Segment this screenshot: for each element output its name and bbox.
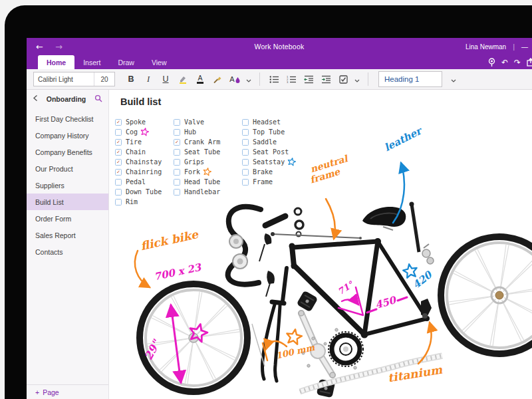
ink-frame: frame	[309, 166, 342, 185]
checkbox-saddle[interactable]: ✓	[242, 139, 249, 146]
checklist-label: Seatstay	[253, 158, 285, 166]
sidebar-page-order-form[interactable]: Order Form	[27, 210, 108, 227]
text-effects-button[interactable]: A	[227, 72, 243, 86]
section-title[interactable]: Onboarding	[42, 95, 90, 103]
checklist-label: Cog	[126, 128, 138, 136]
checkbox-grips[interactable]: ✓	[174, 159, 180, 166]
checklist-item-cog: ✓Cog	[115, 127, 162, 137]
chain	[300, 356, 442, 392]
page-title: Build list	[120, 96, 161, 107]
checklist-item-pedal: ✓Pedal	[115, 177, 162, 187]
checklist-item-seatstay: ✓Seatstay	[242, 157, 296, 167]
font-color-button[interactable]: A	[192, 72, 208, 86]
increase-indent-button[interactable]	[318, 72, 334, 86]
checkbox-brake[interactable]: ✓	[242, 169, 249, 176]
checkbox-chainring[interactable]: ✓	[115, 169, 122, 176]
checklist-label: Chain	[126, 148, 146, 156]
checkbox-pedal[interactable]: ✓	[115, 179, 122, 186]
italic-button[interactable]: I	[140, 72, 156, 86]
location-pin-icon[interactable]	[488, 58, 495, 67]
checkbox-top-tube[interactable]: ✓	[242, 129, 249, 136]
numbered-list-button[interactable]: 123	[283, 72, 299, 86]
bullet-list-button[interactable]	[266, 72, 282, 86]
format-painter-button[interactable]	[209, 72, 225, 86]
share-icon[interactable]	[527, 58, 532, 66]
sidebar-page-suppliers[interactable]: Suppliers	[27, 177, 108, 194]
checklist-item-tire: ✓Tire	[115, 137, 162, 147]
chainring	[329, 332, 363, 366]
checkbox-chain[interactable]: ✓	[115, 149, 122, 156]
styles-chevron-icon[interactable]	[449, 73, 458, 85]
checkbox-valve[interactable]: ✓	[174, 119, 180, 126]
bold-button[interactable]: B	[123, 72, 139, 86]
checkbox-down-tube[interactable]: ✓	[115, 189, 122, 196]
brake-levers	[259, 233, 275, 297]
checkbox-cog[interactable]: ✓	[115, 129, 122, 136]
checklist-item-chain: ✓Chain	[115, 147, 162, 157]
checklist-label: Valve	[184, 118, 204, 126]
note-canvas[interactable]: Build list ✓Spoke✓Cog✓Tire✓Chain✓Chainst…	[109, 90, 532, 399]
checklist-column-3: ✓Headset✓Top Tube✓Saddle✓Seat Post✓Seats…	[242, 117, 296, 187]
sidebar-page-sales-report[interactable]: Sales Report	[27, 227, 108, 243]
font-size-select[interactable]: 20	[94, 72, 114, 86]
checklist-label: Spoke	[126, 118, 146, 126]
highlighter-button[interactable]	[175, 72, 191, 86]
checkbox-seat-tube[interactable]: ✓	[174, 149, 180, 156]
sidebar-back-chevron-icon[interactable]	[33, 94, 38, 103]
checkbox-handlebar[interactable]: ✓	[174, 189, 180, 196]
page-list-panel: Onboarding First Day ChecklistCompany Hi…	[27, 90, 109, 399]
font-name-select[interactable]: Calibri Light	[34, 72, 94, 86]
checkbox-spoke[interactable]: ✓	[115, 119, 122, 126]
style-select[interactable]: Heading 1	[378, 71, 442, 87]
ink-titanium: titanium	[387, 363, 444, 385]
sidebar-page-contacts[interactable]: Contacts	[27, 243, 108, 260]
sidebar-page-first-day-checklist[interactable]: First Day Checklist	[27, 110, 108, 127]
tags-chevron-icon[interactable]	[352, 73, 362, 85]
ribbon-tab-bar: Home Insert Draw View ↶ ↷	[27, 55, 532, 69]
checkbox-hub[interactable]: ✓	[174, 129, 180, 136]
checklist-label: Down Tube	[126, 188, 162, 196]
checkbox-rim[interactable]: ✓	[115, 199, 122, 205]
checklist-column-2: ✓Valve✓Hub✓Crank Arm✓Seat Tube✓Grips✓For…	[174, 117, 220, 197]
back-arrow-icon[interactable]: ←	[36, 42, 43, 52]
page-list: First Day ChecklistCompany HistoryCompan…	[27, 108, 108, 384]
checkbox-chainstay[interactable]: ✓	[115, 159, 122, 166]
minimize-button[interactable]: —	[521, 43, 528, 51]
checklist-label: Grips	[184, 158, 204, 166]
checklist-item-seat-tube: ✓Seat Tube	[174, 147, 220, 157]
underline-button[interactable]: U	[158, 72, 174, 86]
sidebar-page-our-product[interactable]: Our Product	[27, 160, 108, 177]
tab-draw[interactable]: Draw	[109, 55, 143, 69]
checklist-label: Head Tube	[184, 178, 220, 186]
checklist-item-head-tube: ✓Head Tube	[174, 177, 220, 187]
checkbox-seat-post[interactable]: ✓	[242, 149, 249, 156]
checkbox-seatstay[interactable]: ✓	[242, 159, 249, 166]
checkbox-crank-arm[interactable]: ✓	[174, 139, 180, 146]
tab-view[interactable]: View	[143, 55, 176, 69]
checklist-label: Rim	[126, 198, 138, 205]
notebook-title: Work Notebook	[27, 43, 532, 51]
photo-of-tablet: ← → Work Notebook Lina Newman | — Home I…	[0, 0, 532, 399]
checkbox-head-tube[interactable]: ✓	[174, 179, 180, 186]
tab-insert[interactable]: Insert	[74, 55, 109, 69]
checkbox-headset[interactable]: ✓	[242, 119, 249, 126]
search-icon[interactable]	[94, 94, 102, 104]
tab-home[interactable]: Home	[38, 55, 74, 69]
sidebar-page-company-benefits[interactable]: Company Benefits	[27, 144, 108, 160]
sidebar-page-build-list[interactable]: Build List	[27, 194, 108, 210]
forward-arrow-icon[interactable]: →	[55, 42, 63, 52]
checklist-column-1: ✓Spoke✓Cog✓Tire✓Chain✓Chainstay✓Chainrin…	[115, 117, 162, 207]
checkbox-tire[interactable]: ✓	[115, 139, 122, 146]
sidebar-page-company-history[interactable]: Company History	[27, 127, 108, 144]
add-page-button[interactable]: + Page	[27, 384, 108, 399]
user-name: Lina Newman	[466, 43, 506, 51]
checklist-item-hub: ✓Hub	[174, 127, 220, 137]
checkbox-frame[interactable]: ✓	[242, 179, 249, 186]
undo-icon[interactable]: ↶	[501, 58, 508, 67]
decrease-indent-button[interactable]	[301, 72, 317, 86]
checkbox-fork[interactable]: ✓	[174, 169, 180, 176]
ink-tire-size: 700 x 23	[153, 261, 203, 283]
redo-icon[interactable]: ↷	[514, 58, 521, 67]
font-group-chevron-icon[interactable]	[244, 73, 253, 85]
todo-tag-button[interactable]	[335, 72, 351, 86]
